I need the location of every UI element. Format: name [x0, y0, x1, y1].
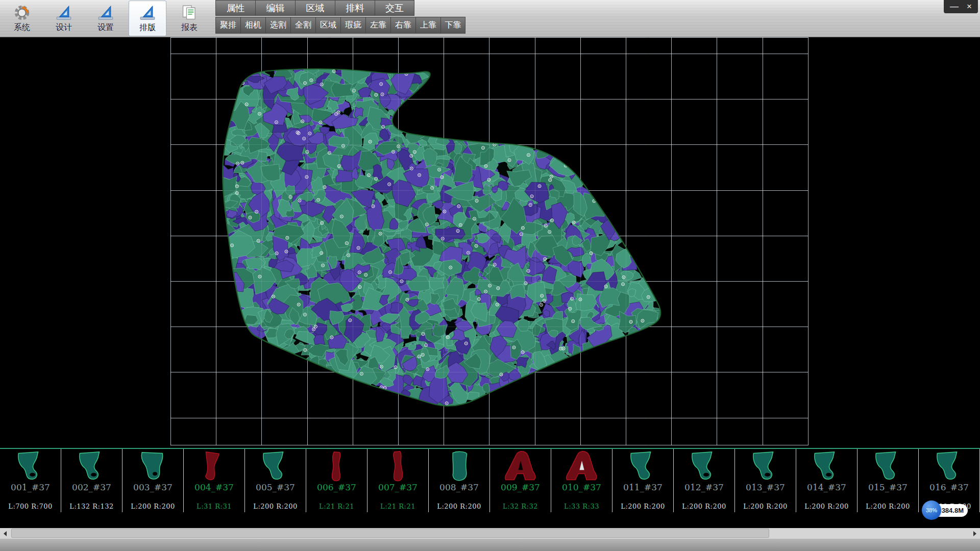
piece-thumb-015[interactable]: 015_#37L:200 R:200	[857, 449, 919, 512]
design-ruler-icon	[55, 4, 73, 22]
piece-name: 007_#37	[378, 482, 418, 492]
piece-thumb-008[interactable]: 008_#37L:200 R:200	[429, 449, 490, 512]
piece-thumb-011[interactable]: 011_#37L:200 R:200	[612, 449, 674, 512]
piece-thumb-002[interactable]: 002_#37L:132 R:132	[61, 449, 122, 512]
top-toolbar: 系统设计设置排版报表 属性编辑区域排料交互 聚排相机选割全割区域瑕疵左靠右靠上靠…	[0, 0, 980, 37]
piece-shape	[126, 450, 180, 482]
piece-thumb-012[interactable]: 012_#37L:200 R:200	[674, 449, 735, 512]
piece-name: 011_#37	[623, 482, 663, 492]
piece-counts: L:200 R:200	[437, 503, 481, 510]
nesting-ruler-icon	[138, 4, 157, 22]
piece-shape	[494, 450, 548, 482]
piece-shape	[65, 450, 119, 482]
tool-button-select-cut[interactable]: 选割	[265, 17, 290, 34]
piece-name: 001_#37	[11, 482, 50, 492]
piece-name: 003_#37	[133, 482, 173, 492]
memory-value: 384.8M	[942, 507, 964, 514]
piece-counts: L:200 R:200	[743, 503, 787, 510]
scroll-left-arrow[interactable]	[0, 528, 10, 539]
tool-buttons: 聚排相机选割全割区域瑕疵左靠右靠上靠下靠	[215, 17, 465, 34]
app-button-label: 报表	[181, 22, 198, 33]
piece-thumb-001[interactable]: 001_#37L:700 R:700	[0, 449, 61, 512]
app-button-layout[interactable]: 排版	[129, 1, 166, 36]
piece-name: 002_#37	[72, 482, 111, 492]
tool-button-defect[interactable]: 瑕疵	[340, 17, 365, 34]
piece-name: 015_#37	[868, 482, 908, 492]
tool-button-align-top[interactable]: 上靠	[415, 17, 440, 34]
progress-circle: 38%	[922, 500, 941, 520]
piece-shape	[677, 450, 731, 482]
piece-shape	[800, 450, 854, 482]
piece-name: 016_#37	[929, 482, 969, 492]
tool-button-region[interactable]: 区域	[315, 17, 340, 34]
piece-counts: L:200 R:200	[866, 503, 910, 510]
piece-shape	[432, 450, 486, 482]
piece-thumb-010[interactable]: 010_#37L:33 R:33	[551, 449, 612, 512]
tool-button-cluster-nest[interactable]: 聚排	[215, 17, 240, 34]
piece-shape	[739, 450, 793, 482]
app-button-report[interactable]: 报表	[170, 1, 208, 36]
piece-counts: L:200 R:200	[621, 503, 665, 510]
menu-tab-region[interactable]: 区域	[295, 0, 335, 16]
nesting-canvas[interactable]	[0, 37, 980, 448]
nesting-workspace	[0, 37, 980, 448]
piece-counts: L:200 R:200	[804, 503, 848, 510]
menu-stack: 属性编辑区域排料交互 聚排相机选割全割区域瑕疵左靠右靠上靠下靠	[215, 0, 465, 34]
system-gear-icon	[13, 4, 31, 22]
piece-shape	[555, 450, 609, 482]
piece-thumb-014[interactable]: 014_#37L:200 R:200	[796, 449, 857, 512]
scroll-right-arrow[interactable]	[970, 528, 980, 539]
tool-button-align-bottom[interactable]: 下靠	[440, 17, 465, 34]
piece-shape	[371, 450, 425, 482]
app-button-system[interactable]: 系统	[3, 1, 41, 36]
piece-thumb-004[interactable]: 004_#37L:31 R:31	[184, 449, 245, 512]
app-button-design[interactable]: 设计	[45, 1, 83, 36]
tool-button-align-left[interactable]: 左靠	[365, 17, 390, 34]
tool-button-camera[interactable]: 相机	[240, 17, 265, 34]
piece-thumb-013[interactable]: 013_#37L:200 R:200	[735, 449, 796, 512]
piece-name: 009_#37	[501, 482, 540, 492]
app-button-label: 设置	[97, 22, 114, 33]
piece-counts: L:21 R:21	[319, 503, 354, 510]
app-button-settings[interactable]: 设置	[87, 1, 125, 36]
app-button-label: 系统	[14, 22, 30, 33]
minimize-button[interactable]: —	[950, 0, 959, 13]
report-doc-icon	[180, 4, 199, 22]
piece-name: 012_#37	[684, 482, 724, 492]
piece-counts: L:33 R:33	[564, 503, 599, 510]
piece-name: 006_#37	[317, 482, 356, 492]
window-bottom-edge	[0, 539, 980, 551]
horizontal-scrollbar[interactable]	[0, 528, 980, 539]
close-button[interactable]: ×	[967, 0, 972, 13]
piece-name: 010_#37	[562, 482, 601, 492]
menu-tab-properties[interactable]: 属性	[215, 0, 255, 16]
pieces-panel: 001_#37L:700 R:700002_#37L:132 R:132003_…	[0, 448, 980, 512]
tool-button-cut-all[interactable]: 全割	[290, 17, 315, 34]
scrollbar-track[interactable]	[10, 528, 970, 539]
piece-counts: L:200 R:200	[131, 503, 175, 510]
progress-percent: 38%	[926, 507, 937, 513]
piece-thumb-006[interactable]: 006_#37L:21 R:21	[306, 449, 368, 512]
menu-tab-edit[interactable]: 编辑	[255, 0, 295, 16]
piece-thumb-007[interactable]: 007_#37L:21 R:21	[368, 449, 429, 512]
scrollbar-thumb[interactable]	[11, 529, 769, 538]
piece-counts: L:32 R:32	[503, 503, 538, 510]
piece-shape	[249, 450, 303, 482]
tool-button-align-right[interactable]: 右靠	[390, 17, 415, 34]
left-triangle-icon	[4, 531, 7, 536]
piece-name: 008_#37	[439, 482, 479, 492]
piece-counts: L:200 R:200	[253, 503, 297, 510]
menu-tabs: 属性编辑区域排料交互	[215, 0, 465, 16]
piece-name: 014_#37	[807, 482, 846, 492]
piece-counts: L:21 R:21	[380, 503, 415, 510]
app-button-label: 设计	[56, 22, 72, 33]
piece-name: 004_#37	[194, 482, 234, 492]
menu-tab-nesting[interactable]: 排料	[335, 0, 375, 16]
piece-thumb-005[interactable]: 005_#37L:200 R:200	[245, 449, 306, 512]
piece-thumb-009[interactable]: 009_#37L:32 R:32	[490, 449, 551, 512]
piece-thumb-003[interactable]: 003_#37L:200 R:200	[122, 449, 184, 512]
piece-shape	[187, 450, 241, 482]
piece-shape	[922, 450, 976, 482]
menu-tab-interaction[interactable]: 交互	[375, 0, 414, 16]
app-button-label: 排版	[139, 22, 156, 33]
